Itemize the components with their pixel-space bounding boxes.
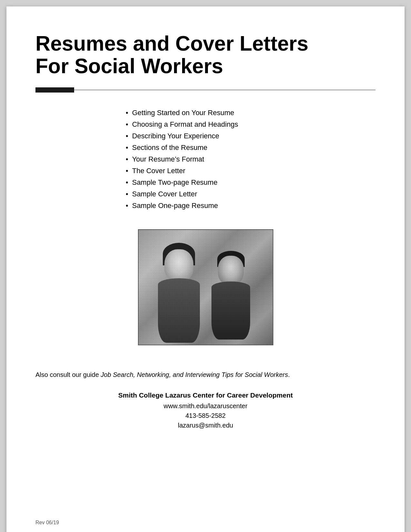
- center-phone: 413-585-2582: [35, 411, 376, 420]
- list-item: Sample Two-page Resume: [126, 178, 376, 187]
- also-consult-text: Also consult our guide Job Search, Netwo…: [35, 371, 376, 379]
- title-line1: Resumes and Cover Letters: [35, 32, 308, 55]
- list-item: Your Resume’s Format: [126, 155, 376, 163]
- center-info: Smith College Lazarus Center for Career …: [35, 391, 376, 430]
- center-website: www.smith.edu/lazaruscenter: [35, 401, 376, 411]
- divider-line: [74, 90, 376, 90]
- list-item: The Cover Letter: [126, 167, 376, 175]
- list-item: Sample One-page Resume: [126, 202, 376, 210]
- list-item: Sections of the Resume: [126, 143, 376, 152]
- bottom-text: Also consult our guide Job Search, Netwo…: [35, 371, 376, 430]
- divider-block: [35, 87, 74, 93]
- list-item: Sample Cover Letter: [126, 190, 376, 198]
- divider-container: [35, 87, 376, 93]
- title-line2: For Social Workers: [35, 54, 223, 78]
- toc-list: Getting Started on Your Resume Choosing …: [126, 109, 376, 210]
- center-email: lazarus@smith.edu: [35, 420, 376, 430]
- revision-text: Rev 06/19: [35, 520, 59, 526]
- list-item: Getting Started on Your Resume: [126, 109, 376, 117]
- center-name: Smith College Lazarus Center for Career …: [35, 391, 376, 399]
- list-item: Describing Your Experience: [126, 132, 376, 140]
- title-block: Resumes and Cover Letters For Social Wor…: [35, 32, 376, 78]
- main-title: Resumes and Cover Letters For Social Wor…: [35, 32, 376, 78]
- list-item: Choosing a Format and Headings: [126, 120, 376, 129]
- cover-photo: [138, 229, 273, 345]
- page: Resumes and Cover Letters For Social Wor…: [6, 6, 405, 532]
